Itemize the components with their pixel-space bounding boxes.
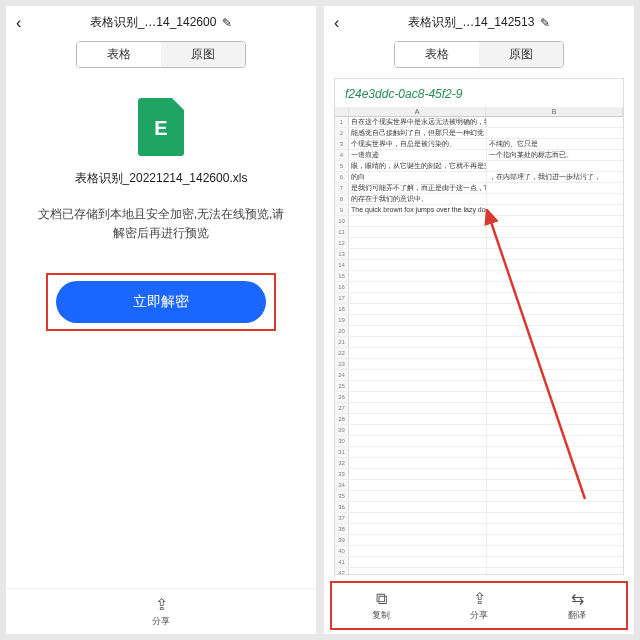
- table-row[interactable]: 25: [335, 381, 623, 392]
- cell-a[interactable]: [349, 359, 487, 369]
- cell-a[interactable]: [349, 238, 487, 248]
- table-row[interactable]: 12: [335, 238, 623, 249]
- table-row[interactable]: 13: [335, 249, 623, 260]
- cell-b[interactable]: [487, 260, 624, 270]
- cell-b[interactable]: [487, 128, 624, 138]
- cell-a[interactable]: 眼，眼睛的，从它诞生的刻起，它就不再是完美: [349, 161, 487, 171]
- tab-table[interactable]: 表格: [77, 42, 161, 67]
- cell-a[interactable]: [349, 381, 487, 391]
- cell-b[interactable]: [487, 469, 624, 479]
- cell-a[interactable]: [349, 260, 487, 270]
- table-row[interactable]: 4一道痕迹一个指向某处的标志而已。: [335, 150, 623, 161]
- cell-b[interactable]: [487, 491, 624, 501]
- cell-a[interactable]: [349, 568, 487, 574]
- table-row[interactable]: 39: [335, 535, 623, 546]
- cell-a[interactable]: 是我们可能弄不了解，而正是由于这一点，它清晰: [349, 183, 487, 193]
- table-row[interactable]: 31: [335, 447, 623, 458]
- cell-a[interactable]: [349, 491, 487, 501]
- table-row[interactable]: 32: [335, 458, 623, 469]
- cell-b[interactable]: [487, 238, 624, 248]
- cell-a[interactable]: [349, 348, 487, 358]
- cell-b[interactable]: [487, 535, 624, 545]
- table-row[interactable]: 20: [335, 326, 623, 337]
- table-row[interactable]: 38: [335, 524, 623, 535]
- cell-a[interactable]: [349, 337, 487, 347]
- table-row[interactable]: 11: [335, 227, 623, 238]
- cell-b[interactable]: [487, 249, 624, 259]
- table-row[interactable]: 28: [335, 414, 623, 425]
- cell-b[interactable]: [487, 161, 624, 171]
- cell-b[interactable]: [487, 271, 624, 281]
- cell-b[interactable]: [487, 480, 624, 490]
- cell-b[interactable]: [487, 183, 624, 193]
- cell-b[interactable]: [487, 315, 624, 325]
- table-row[interactable]: 34: [335, 480, 623, 491]
- cell-b[interactable]: [487, 381, 624, 391]
- cell-a[interactable]: [349, 524, 487, 534]
- cell-a[interactable]: 个现实世界中，自总是被污染的、: [349, 139, 487, 149]
- tab-original[interactable]: 原图: [479, 42, 563, 67]
- spreadsheet-view[interactable]: f24e3ddc-0ac8-45f2-9 A B 1自在这个现实世界中是永远无法…: [334, 78, 624, 575]
- cell-a[interactable]: [349, 227, 487, 237]
- cell-b[interactable]: [487, 436, 624, 446]
- table-row[interactable]: 3个现实世界中，自总是被污染的、不纯的、它只是: [335, 139, 623, 150]
- cell-b[interactable]: [487, 458, 624, 468]
- cell-b[interactable]: [487, 359, 624, 369]
- cell-a[interactable]: [349, 458, 487, 468]
- cell-a[interactable]: [349, 216, 487, 226]
- table-row[interactable]: 40: [335, 546, 623, 557]
- edit-icon[interactable]: ✎: [222, 16, 232, 30]
- cell-a[interactable]: [349, 513, 487, 523]
- col-header-b[interactable]: B: [486, 107, 623, 116]
- cell-b[interactable]: [487, 117, 624, 127]
- cell-b[interactable]: [487, 348, 624, 358]
- cell-a[interactable]: [349, 326, 487, 336]
- table-row[interactable]: 17: [335, 293, 623, 304]
- cell-a[interactable]: [349, 370, 487, 380]
- cell-a[interactable]: The quick brown fox jumps over the lazy …: [349, 205, 487, 215]
- table-row[interactable]: 18: [335, 304, 623, 315]
- cell-b[interactable]: [487, 502, 624, 512]
- cell-a[interactable]: [349, 546, 487, 556]
- cell-b[interactable]: [487, 557, 624, 567]
- cell-b[interactable]: [487, 370, 624, 380]
- cell-b[interactable]: [487, 227, 624, 237]
- tab-original[interactable]: 原图: [161, 42, 245, 67]
- translate-button[interactable]: ⇆ 翻译: [528, 591, 626, 622]
- table-row[interactable]: 19: [335, 315, 623, 326]
- cell-b[interactable]: [487, 282, 624, 292]
- cell-b[interactable]: [487, 513, 624, 523]
- cell-a[interactable]: [349, 480, 487, 490]
- table-row[interactable]: 30: [335, 436, 623, 447]
- cell-b[interactable]: [487, 194, 624, 204]
- cell-a[interactable]: 的存在于我们的意识中。: [349, 194, 487, 204]
- tab-table[interactable]: 表格: [395, 42, 479, 67]
- table-row[interactable]: 9The quick brown fox jumps over the lazy…: [335, 205, 623, 216]
- back-icon[interactable]: ‹: [16, 14, 21, 32]
- table-row[interactable]: 41: [335, 557, 623, 568]
- cell-b[interactable]: [487, 392, 624, 402]
- cell-b[interactable]: [487, 403, 624, 413]
- cell-b[interactable]: [487, 524, 624, 534]
- table-row[interactable]: 24: [335, 370, 623, 381]
- table-row[interactable]: 36: [335, 502, 623, 513]
- cell-b[interactable]: [487, 414, 624, 424]
- cell-a[interactable]: [349, 447, 487, 457]
- cell-b[interactable]: [487, 326, 624, 336]
- cell-a[interactable]: [349, 392, 487, 402]
- table-row[interactable]: 16: [335, 282, 623, 293]
- table-row[interactable]: 21: [335, 337, 623, 348]
- cell-b[interactable]: ，在内部埋了，我们进一步玷污了，: [487, 172, 624, 182]
- cell-b[interactable]: [487, 304, 624, 314]
- copy-button[interactable]: ⧉ 复制: [332, 591, 430, 622]
- table-row[interactable]: 15: [335, 271, 623, 282]
- cell-a[interactable]: 一道痕迹: [349, 150, 487, 160]
- table-row[interactable]: 35: [335, 491, 623, 502]
- table-row[interactable]: 42: [335, 568, 623, 574]
- back-icon[interactable]: ‹: [334, 14, 339, 32]
- table-row[interactable]: 29: [335, 425, 623, 436]
- cell-a[interactable]: [349, 425, 487, 435]
- table-row[interactable]: 23: [335, 359, 623, 370]
- cell-a[interactable]: [349, 249, 487, 259]
- cell-a[interactable]: 能感觉自己接触到了自，但那只是一种幻觉，在这: [349, 128, 487, 138]
